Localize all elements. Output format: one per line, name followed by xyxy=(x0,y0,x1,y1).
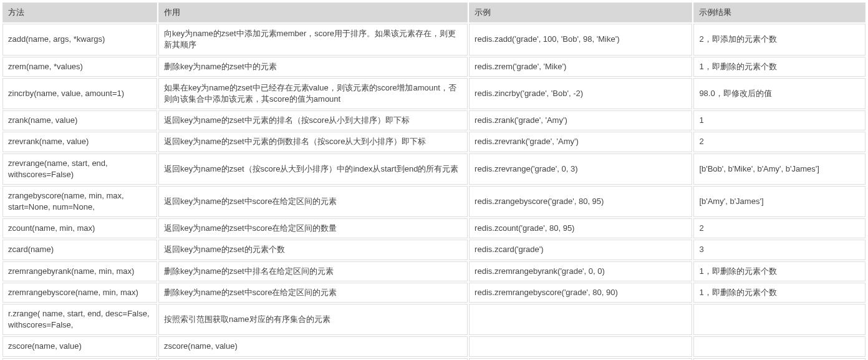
table-row: zrevrank(name, value)返回key为name的zset中元素的… xyxy=(2,132,866,152)
cell-example: redis.zincrby('grade', 'Bob', -2) xyxy=(469,78,692,109)
table-row: zremrangebyrank(name, min, max)删除key为nam… xyxy=(2,261,866,281)
cell-result: 1，即删除的元素个数 xyxy=(693,57,866,77)
table-row: zcard(name)返回key为name的zset的元素个数redis.zca… xyxy=(2,240,866,260)
cell-example xyxy=(469,304,692,335)
cell-method: zscore(name, value) xyxy=(2,336,157,356)
cell-result: 1，即删除的元素个数 xyxy=(693,261,866,281)
cell-method: zremrangebyrank(name, min, max) xyxy=(2,261,157,281)
table-row: zadd(name, args, *kwargs)向key为name的zset中… xyxy=(2,24,866,55)
cell-desc: 返回key为name的zset（按score从大到小排序）中的index从sta… xyxy=(158,153,468,185)
table-row: zincrby(name, value, amount=1)如果在key为nam… xyxy=(2,78,866,109)
cell-desc: 获取两个有序集合的交集，如果遇到相同值不同分数，则按照aggregate进行操作… xyxy=(158,358,468,360)
table-row: zscore(name, value)zscore(name, value) xyxy=(2,336,866,356)
cell-example: (1:Glen, 2:alex, 10:zhang) (5:alex, 10:z… xyxy=(469,358,692,360)
cell-result: [b'Amy', b'James'] xyxy=(693,186,866,217)
cell-result: 2，即添加的元素个数 xyxy=(693,24,866,55)
cell-result: 1 xyxy=(693,110,866,130)
cell-example: redis.zremrangebyscore('grade', 80, 90) xyxy=(469,283,692,303)
cell-example: redis.zrevrank('grade', 'Amy') xyxy=(469,132,692,152)
cell-desc: 返回key为name的zset的元素个数 xyxy=(158,240,468,260)
cell-method: zremrangebyscore(name, min, max) xyxy=(2,283,157,303)
table-row: zremrangebyscore(name, min, max)删除key为na… xyxy=(2,283,866,303)
table-row: zrangebyscore(name, min, max, start=None… xyxy=(2,186,866,217)
cell-method: zrevrank(name, value) xyxy=(2,132,157,152)
col-example: 示例 xyxy=(469,2,692,22)
cell-desc: 返回key为name的zset中score在给定区间的数量 xyxy=(158,218,468,238)
cell-result xyxy=(693,304,866,335)
methods-table: 方法 作用 示例 示例结果 zadd(name, args, *kwargs)向… xyxy=(1,1,867,360)
table-row: zcount(name, min, max)返回key为name的zset中sc… xyxy=(2,218,866,238)
cell-desc: 删除key为name的zset中排名在给定区间的元素 xyxy=(158,261,468,281)
table-header-row: 方法 作用 示例 示例结果 xyxy=(2,2,866,22)
cell-example: redis.zcount('grade', 80, 95) xyxy=(469,218,692,238)
cell-result: 1，即删除的元素个数 xyxy=(693,283,866,303)
table-row: zrevrange(name, start, end, withscores=F… xyxy=(2,153,866,185)
cell-example: redis.zrevrange('grade', 0, 3) xyxy=(469,153,692,185)
cell-example: redis.zrank('grade', 'Amy') xyxy=(469,110,692,130)
cell-desc: 返回key为name的zset中元素的排名（按score从小到大排序）即下标 xyxy=(158,110,468,130)
cell-desc: 删除key为name的zset中的元素 xyxy=(158,57,468,77)
cell-result: (7:alex, 20:zhang) xyxy=(693,358,866,360)
cell-example: redis.zadd('grade', 100, 'Bob', 98, 'Mik… xyxy=(469,24,692,55)
col-result: 示例结果 xyxy=(693,2,866,22)
col-method: 方法 xyxy=(2,2,157,22)
cell-example: redis.zrem('grade', 'Mike') xyxy=(469,57,692,77)
cell-example xyxy=(469,336,692,356)
cell-method: zrevrange(name, start, end, withscores=F… xyxy=(2,153,157,185)
cell-method: zrangebyscore(name, min, max, start=None… xyxy=(2,186,157,217)
cell-method: zincrby(name, value, amount=1) xyxy=(2,78,157,109)
cell-desc: 删除key为name的zset中score在给定区间的元素 xyxy=(158,283,468,303)
cell-result: 2 xyxy=(693,132,866,152)
cell-method: zrank(name, value) xyxy=(2,110,157,130)
cell-method: zcard(name) xyxy=(2,240,157,260)
col-desc: 作用 xyxy=(158,2,468,22)
cell-method: r.zrange( name, start, end, desc=False, … xyxy=(2,304,157,335)
cell-example: redis.zremrangebyrank('grade', 0, 0) xyxy=(469,261,692,281)
table-row: zrem(name, *values)删除key为name的zset中的元素re… xyxy=(2,57,866,77)
cell-result xyxy=(693,336,866,356)
cell-method: zcount(name, min, max) xyxy=(2,218,157,238)
cell-method: zinterstore(dest, keys, aggregate=None) xyxy=(2,358,157,360)
table-row: zinterstore(dest, keys, aggregate=None)获… xyxy=(2,358,866,360)
cell-example: redis.zrangebyscore('grade', 80, 95) xyxy=(469,186,692,217)
table-row: zrank(name, value)返回key为name的zset中元素的排名（… xyxy=(2,110,866,130)
table-row: r.zrange( name, start, end, desc=False, … xyxy=(2,304,866,335)
cell-desc: 按照索引范围获取name对应的有序集合的元素 xyxy=(158,304,468,335)
cell-result: 3 xyxy=(693,240,866,260)
cell-result: [b'Bob', b'Mike', b'Amy', b'James'] xyxy=(693,153,866,185)
cell-desc: zscore(name, value) xyxy=(158,336,468,356)
cell-desc: 如果在key为name的zset中已经存在元素value，则该元素的score增… xyxy=(158,78,468,109)
cell-result: 98.0，即修改后的值 xyxy=(693,78,866,109)
cell-desc: 返回key为name的zset中元素的倒数排名（按score从大到小排序）即下标 xyxy=(158,132,468,152)
cell-method: zrem(name, *values) xyxy=(2,57,157,77)
cell-example: redis.zcard('grade') xyxy=(469,240,692,260)
cell-result: 2 xyxy=(693,218,866,238)
cell-desc: 返回key为name的zset中score在给定区间的元素 xyxy=(158,186,468,217)
cell-desc: 向key为name的zset中添加元素member，score用于排序。如果该元… xyxy=(158,24,468,55)
cell-method: zadd(name, args, *kwargs) xyxy=(2,24,157,55)
